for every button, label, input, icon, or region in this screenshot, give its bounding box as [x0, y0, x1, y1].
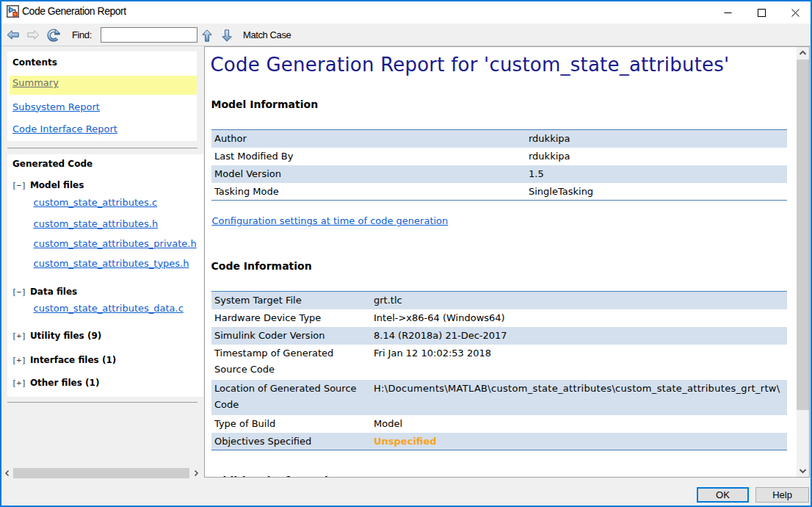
- back-icon[interactable]: [7, 30, 19, 40]
- configuration-settings-link[interactable]: Configuration settings at time of code g…: [212, 215, 449, 226]
- close-button[interactable]: [778, 1, 812, 24]
- tree-section-data-files[interactable]: [−]Data files: [12, 284, 77, 298]
- help-button[interactable]: Help: [755, 487, 809, 503]
- sidebar-link-summary[interactable]: Summary: [12, 77, 59, 88]
- objectives-value: Unspecified: [371, 433, 787, 450]
- maximize-button[interactable]: [744, 1, 778, 24]
- table-cell: Objectives Specified: [211, 433, 371, 450]
- additional-information-heading: Additional Information: [211, 475, 343, 477]
- collapse-icon[interactable]: [−]: [12, 181, 26, 190]
- table-cell: rdukkipa: [526, 130, 787, 148]
- scroll-up-icon: [797, 47, 809, 60]
- table-cell: Location of Generated Source Code: [211, 380, 371, 415]
- report-pane: Code Generation Report for 'custom_state…: [204, 46, 810, 478]
- sidebar-separator-bottom: [7, 402, 197, 403]
- window-title: Code Generation Report: [22, 1, 126, 24]
- table-cell: Model: [371, 415, 787, 433]
- expand-icon[interactable]: [+]: [12, 331, 26, 341]
- scroll-up-zone[interactable]: [797, 47, 809, 60]
- generated-code-heading: Generated Code: [12, 159, 93, 169]
- vertical-scrollbar[interactable]: [797, 47, 809, 477]
- find-label: Find:: [72, 24, 92, 46]
- table-cell: H:\Documents\MATLAB\custom_state_attribu…: [371, 380, 787, 415]
- table-cell: Author: [211, 130, 526, 148]
- file-link-types-h[interactable]: custom_state_attributes_types.h: [34, 258, 189, 269]
- tree-section-utility-files[interactable]: [+]Utility files (9): [12, 328, 101, 342]
- vertical-scrollbar-thumb[interactable]: [797, 60, 809, 410]
- table-cell: Intel->x86-64 (Windows64): [371, 309, 787, 327]
- file-link-c[interactable]: custom_state_attributes.c: [34, 197, 158, 208]
- model-information-heading: Model Information: [211, 98, 319, 110]
- minimize-button[interactable]: [711, 1, 744, 24]
- table-row: Location of Generated Source CodeH:\Docu…: [211, 380, 787, 415]
- sidebar-link-subsystem-report[interactable]: Subsystem Report: [12, 101, 100, 112]
- match-case-label[interactable]: Match Case: [243, 24, 291, 46]
- find-next-icon[interactable]: [222, 29, 232, 42]
- toolbar: Find: Match Case: [1, 24, 811, 46]
- contents-heading: Contents: [12, 57, 57, 68]
- table-row: Hardware Device TypeIntel->x86-64 (Windo…: [211, 309, 787, 327]
- table-cell: Model Version: [211, 165, 526, 183]
- table-row: Simulink Coder Version8.14 (R2018a) 21-D…: [211, 327, 787, 345]
- titlebar: Code Generation Report: [1, 1, 811, 24]
- sidebar: Contents Summary Subsystem Report Code I…: [1, 46, 204, 478]
- expand-icon[interactable]: [+]: [12, 356, 26, 365]
- table-cell: 1.5: [526, 165, 787, 183]
- sidebar-link-code-interface-report[interactable]: Code Interface Report: [12, 123, 117, 134]
- bottom-bar: OK Help: [1, 478, 811, 506]
- tree-section-other-files[interactable]: [+]Other files (1): [12, 375, 99, 389]
- ok-button[interactable]: OK: [697, 487, 749, 503]
- table-cell: Type of Build: [211, 415, 371, 433]
- find-input[interactable]: [101, 27, 197, 43]
- minimize-icon: [724, 9, 732, 17]
- table-row: Objectives SpecifiedUnspecified: [211, 433, 787, 450]
- expand-icon[interactable]: [+]: [12, 378, 26, 388]
- table-cell: 8.14 (R2018a) 21-Dec-2017: [371, 327, 787, 345]
- tree-section-interface-files[interactable]: [+]Interface files (1): [12, 352, 116, 366]
- tree-section-label: Model files: [30, 180, 84, 190]
- table-cell: rdukkipa: [526, 148, 787, 165]
- find-previous-icon[interactable]: [202, 29, 212, 42]
- forward-icon[interactable]: [27, 30, 40, 40]
- table-cell: Timestamp of Generated Source Code: [211, 345, 371, 380]
- scroll-left-icon[interactable]: [2, 468, 12, 478]
- report-content: Code Generation Report for 'custom_state…: [205, 47, 797, 477]
- app-icon: [7, 5, 19, 18]
- file-link-data-c[interactable]: custom_state_attributes_data.c: [34, 303, 184, 314]
- table-cell: Simulink Coder Version: [211, 327, 371, 345]
- horizontal-scrollbar-thumb[interactable]: [13, 468, 189, 478]
- tree-section-label: Utility files (9): [30, 331, 101, 341]
- main-area: Contents Summary Subsystem Report Code I…: [1, 46, 811, 478]
- table-cell: Last Modified By: [211, 148, 526, 165]
- code-generation-report-window: Code Generation Report: [0, 0, 812, 507]
- close-icon: [791, 9, 800, 17]
- model-information-table: Authorrdukkipa Last Modified Byrdukkipa …: [211, 129, 787, 201]
- code-information-table: System Target Filegrt.tlc Hardware Devic…: [211, 291, 787, 450]
- table-cell: System Target File: [211, 292, 371, 309]
- sidebar-separator-top: [7, 148, 197, 148]
- file-link-private-h[interactable]: custom_state_attributes_private.h: [34, 238, 197, 249]
- tree-section-label: Other files (1): [30, 378, 100, 388]
- table-cell: grt.tlc: [371, 292, 787, 309]
- table-row: Authorrdukkipa: [211, 130, 787, 148]
- code-information-heading: Code Information: [211, 260, 312, 272]
- contents-panel: Contents Summary Subsystem Report Code I…: [7, 51, 197, 141]
- report-title: Code Generation Report for 'custom_state…: [211, 54, 730, 76]
- sidebar-horizontal-scrollbar[interactable]: [1, 468, 203, 478]
- maximize-icon: [758, 9, 766, 17]
- table-row: System Target Filegrt.tlc: [211, 292, 787, 309]
- table-row: Last Modified Byrdukkipa: [211, 148, 787, 165]
- table-cell: SingleTasking: [526, 183, 787, 201]
- table-row: Type of BuildModel: [211, 415, 787, 433]
- scroll-down-icon: [797, 464, 809, 477]
- collapse-icon[interactable]: [−]: [12, 287, 26, 297]
- tree-section-model-files[interactable]: [−]Model files: [12, 177, 84, 191]
- tree-section-label: Interface files (1): [30, 355, 116, 365]
- table-cell: Fri Jan 12 10:02:53 2018: [371, 345, 787, 380]
- table-cell: Tasking Mode: [211, 183, 526, 201]
- scroll-right-icon[interactable]: [191, 468, 201, 478]
- refresh-icon[interactable]: [46, 29, 61, 43]
- scroll-down-zone[interactable]: [797, 464, 809, 477]
- tree-section-label: Data files: [30, 287, 77, 297]
- file-link-h[interactable]: custom_state_attributes.h: [34, 218, 159, 229]
